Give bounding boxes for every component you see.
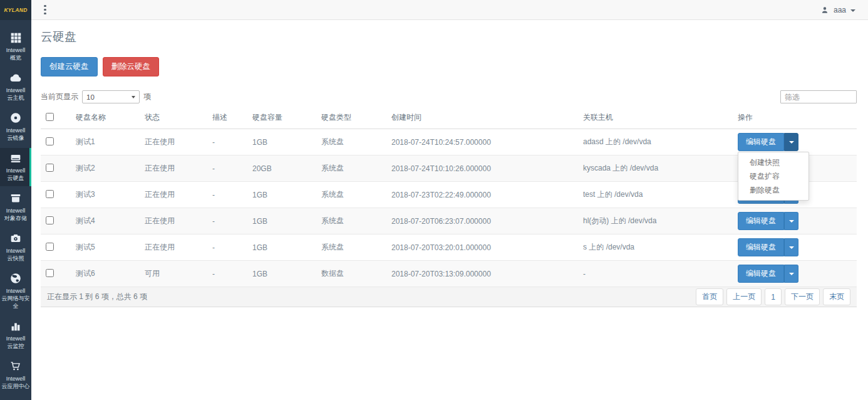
table-row: 测试5 正在使用 - 1GB 系统盘 2018-07-20T03:20:01.0… <box>41 234 857 261</box>
column-header-status: 状态 <box>140 107 207 129</box>
sidebar-item-label: Intewell <box>6 46 26 54</box>
table-row: 测试4 正在使用 - 1GB 系统盘 2018-07-20T06:23:07.0… <box>41 208 857 234</box>
page-button[interactable]: 上一页 <box>726 288 762 305</box>
cell-type: 系统盘 <box>316 182 386 208</box>
cell-host: hl(勿动) 上的 /dev/vda <box>578 208 733 234</box>
caret-down-icon <box>789 141 794 144</box>
filter-input[interactable] <box>780 90 857 103</box>
user-menu[interactable]: aaa <box>820 6 855 14</box>
edit-disk-dropdown-toggle[interactable] <box>784 238 798 256</box>
table-row: 测试3 正在使用 - 1GB 系统盘 2018-07-23T02:22:49.0… <box>41 182 857 208</box>
kebab-menu-icon[interactable] <box>42 3 48 17</box>
brand-logo[interactable]: KYLAND <box>0 0 31 20</box>
cell-status: 正在使用 <box>140 182 207 208</box>
sidebar-item-label: 云快照 <box>8 255 24 262</box>
row-checkbox[interactable] <box>46 243 54 251</box>
dropdown-item[interactable]: 硬盘扩容 <box>738 169 809 183</box>
edit-disk-button[interactable]: 编辑硬盘 <box>738 238 784 256</box>
row-checkbox[interactable] <box>46 216 54 224</box>
sidebar-nav: Intewell 概览 Intewell 云主机 Intewell 云镜像 In… <box>0 20 31 400</box>
cart-icon <box>9 359 23 373</box>
edit-disk-dropdown-toggle[interactable] <box>784 212 798 230</box>
edit-disk-button[interactable]: 编辑硬盘 <box>738 133 784 151</box>
archive-box-icon <box>9 191 23 205</box>
page-button[interactable]: 下一页 <box>785 288 820 305</box>
dropdown-item[interactable]: 删除硬盘 <box>738 183 809 197</box>
delete-volume-button[interactable]: 删除云硬盘 <box>103 57 160 76</box>
sidebar-item-label: Intewell <box>6 287 26 295</box>
edit-disk-dropdown-toggle[interactable] <box>784 133 798 151</box>
username: aaa <box>834 6 846 14</box>
cell-created: 2018-07-24T10:24:57.000000 <box>386 129 578 155</box>
sidebar-item-label: 云主机 <box>8 94 24 102</box>
sidebar-item-cloud-network-security[interactable]: Intewell 云网络与安全 <box>0 268 31 314</box>
cell-created: 2018-07-20T03:20:01.000000 <box>386 234 578 261</box>
sidebar-item-cloud-host[interactable]: Intewell 云主机 <box>0 68 31 106</box>
row-actions: 编辑硬盘 <box>738 212 798 230</box>
sidebar-item-label: Intewell <box>6 335 26 342</box>
cell-description: - <box>207 261 247 287</box>
cell-created: 2018-07-20T03:13:09.000000 <box>386 261 578 287</box>
volumes-table: 硬盘名称 状态 描述 硬盘容量 硬盘类型 创建时间 关联主机 操作 测试1 正在… <box>41 107 857 287</box>
chevron-down-icon <box>850 9 855 12</box>
column-header-host: 关联主机 <box>578 107 733 129</box>
cell-capacity: 1GB <box>247 182 316 208</box>
cell-description: - <box>207 155 247 182</box>
caret-down-icon <box>789 220 794 223</box>
page-button[interactable]: 末页 <box>823 288 850 305</box>
sidebar-item-cloud-snapshot[interactable]: Intewell 云快照 <box>0 228 31 266</box>
sidebar-item-label: 云硬盘 <box>8 174 24 182</box>
caret-down-icon <box>789 246 794 249</box>
cell-volume-name: 测试3 <box>71 182 140 208</box>
sidebar-item-label: 概览 <box>10 54 21 61</box>
row-checkbox[interactable] <box>46 190 54 198</box>
toolbar: 创建云硬盘 删除云硬盘 <box>41 57 857 76</box>
edit-disk-button[interactable]: 编辑硬盘 <box>738 265 784 283</box>
cell-volume-name: 测试1 <box>71 129 140 155</box>
page-button[interactable]: 1 <box>765 288 782 305</box>
topbar: aaa <box>31 0 868 20</box>
column-header-type: 硬盘类型 <box>316 107 386 129</box>
cell-description: - <box>207 129 247 155</box>
dropdown-item[interactable]: 创建快照 <box>738 155 809 169</box>
sidebar-item-object-storage[interactable]: Intewell 对象存储 <box>0 188 31 226</box>
table-row: 测试1 正在使用 - 1GB 系统盘 2018-07-24T10:24:57.0… <box>41 129 857 155</box>
row-checkbox[interactable] <box>46 137 54 145</box>
brand-logo-text: KYLAND <box>4 7 27 13</box>
cell-host: test 上的 /dev/vda <box>578 182 733 208</box>
table-footer: 正在显示 1 到 6 项，总共 6 项 首页 上一页 1 下一页 末页 <box>41 287 857 307</box>
cell-capacity: 20GB <box>247 155 316 182</box>
page-title: 云硬盘 <box>41 29 857 45</box>
page-button[interactable]: 首页 <box>696 288 723 305</box>
sidebar-item-cloud-app-center[interactable]: Intewell 云应用中心 <box>0 356 31 394</box>
edit-disk-dropdown-toggle[interactable] <box>784 265 798 283</box>
cell-volume-name: 测试4 <box>71 208 140 234</box>
cloud-icon <box>9 71 23 85</box>
select-all-checkbox[interactable] <box>46 113 54 121</box>
cell-capacity: 1GB <box>247 129 316 155</box>
row-checkbox[interactable] <box>46 164 54 172</box>
column-header-actions: 操作 <box>733 107 857 129</box>
column-header-capacity: 硬盘容量 <box>247 107 316 129</box>
sidebar-item-cloud-disk[interactable]: Intewell 云硬盘 <box>0 148 31 186</box>
page-size-prefix-label: 当前页显示 <box>41 92 78 102</box>
sidebar-item-label: Intewell <box>6 127 26 134</box>
sidebar-item-label: 云镜像 <box>8 134 24 142</box>
cell-created: 2018-07-24T10:10:26.000000 <box>386 155 578 182</box>
row-actions: 编辑硬盘 <box>738 238 798 256</box>
sidebar-item-cloud-image[interactable]: Intewell 云镜像 <box>0 108 31 146</box>
sidebar-item-cloud-monitor[interactable]: Intewell 云监控 <box>0 316 31 354</box>
sidebar-item-label: Intewell <box>6 87 26 94</box>
sidebar-item-label: 对象存储 <box>4 214 27 222</box>
sidebar-item-label: Intewell <box>6 167 26 174</box>
page-size-select[interactable]: 10 <box>82 90 140 103</box>
cell-description: - <box>207 182 247 208</box>
edit-disk-button[interactable]: 编辑硬盘 <box>738 212 784 230</box>
sidebar-item-overview[interactable]: Intewell 概览 <box>0 28 31 66</box>
cell-status: 可用 <box>140 261 207 287</box>
content-area: aaa 云硬盘 创建云硬盘 删除云硬盘 当前页显示 10 项 <box>31 0 868 400</box>
create-volume-button[interactable]: 创建云硬盘 <box>41 57 98 76</box>
row-checkbox[interactable] <box>46 269 54 277</box>
disc-icon <box>9 111 23 125</box>
sidebar-item-label: Intewell <box>6 247 26 255</box>
